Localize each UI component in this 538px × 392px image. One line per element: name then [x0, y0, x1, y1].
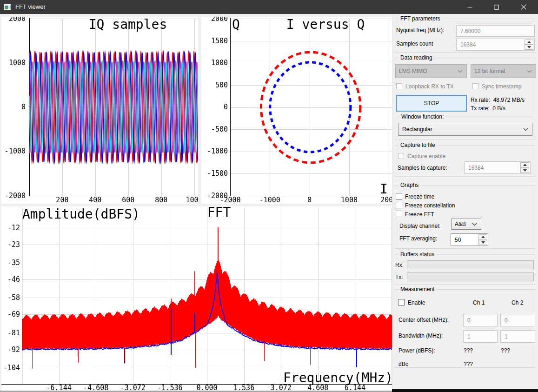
samples-to-capture-value: 16384 — [468, 162, 484, 173]
power-ch2-value: ??? — [501, 347, 510, 354]
down-arrow-icon — [527, 46, 531, 48]
i-versus-q-plot[interactable] — [201, 17, 392, 204]
format-select[interactable]: 12 bit format — [471, 64, 536, 78]
graphs-title: Graphs — [399, 182, 420, 188]
maximize-button[interactable] — [485, 0, 507, 14]
fft-averaging-label: FFT averaging: — [399, 235, 437, 242]
loopback-label: Loopback RX to TX — [405, 83, 454, 90]
down-arrow-icon — [523, 169, 527, 172]
device-select-value: LMS MIMO — [399, 65, 427, 78]
samples-count-up-button[interactable] — [525, 40, 533, 45]
window-function-group: Window function: Rectangular — [396, 117, 534, 137]
rx-buffer-progressbar — [407, 260, 534, 269]
fft-plot[interactable] — [1, 206, 392, 391]
samples-count-label: Samples count — [396, 40, 433, 47]
freeze-constellation-label: Freeze constellation — [405, 202, 455, 209]
fft-averaging-spinbox[interactable]: 50 — [451, 233, 488, 246]
fft-parameters-title: FFT parameters — [399, 15, 442, 22]
nyquist-freq-field[interactable]: 7.68000 — [456, 25, 535, 37]
window-function-value: Rectangular — [402, 123, 432, 135]
bandwidth-ch2-field[interactable]: 1 — [500, 330, 535, 343]
app-window: FFT viewer FFT parameters Nyquist freq (… — [0, 0, 538, 392]
freeze-time-checkbox[interactable] — [396, 193, 402, 199]
fft-canvas — [1, 206, 392, 391]
fft-averaging-value: 50 — [455, 234, 461, 246]
tx-rate-label: Tx rate: — [471, 105, 490, 112]
graphs-group: Graphs Freeze time Freeze constellation … — [395, 185, 535, 249]
freeze-time-label: Freeze time — [405, 193, 434, 200]
buffers-status-group: Buffers status Rx: Tx: — [395, 254, 535, 285]
minimize-button[interactable] — [459, 0, 480, 14]
display-channel-label: Display channel: — [399, 223, 440, 229]
i-versus-q-canvas — [201, 17, 392, 204]
titlebar: FFT viewer — [0, 0, 538, 14]
tx-rate: Tx rate: 0 B/s — [471, 105, 505, 112]
ch2-header: Ch 2 — [511, 299, 523, 306]
chevron-down-icon — [523, 128, 528, 131]
samples-count-down-button[interactable] — [525, 45, 533, 50]
window-title: FFT viewer — [15, 3, 46, 10]
measurement-enable-label: Enable — [408, 299, 425, 306]
samples-count-spinbox[interactable]: 16384 — [456, 39, 535, 51]
chevron-down-icon — [527, 70, 532, 73]
control-panel: FFT parameters Nyquist freq (MHz): 7.680… — [392, 14, 538, 389]
rx-rate-value: 48.972 MB/s — [493, 97, 525, 103]
capture-enable-checkbox[interactable] — [398, 153, 404, 159]
stop-button[interactable]: STOP — [396, 95, 467, 112]
freeze-constellation-checkbox[interactable] — [396, 202, 402, 208]
sync-timestamp-label: Sync timestamp — [482, 83, 521, 90]
power-ch1-value: ??? — [464, 347, 473, 354]
window-function-title: Window function: — [399, 113, 445, 120]
chevron-down-icon — [458, 70, 463, 73]
fft-averaging-down-button[interactable] — [478, 240, 487, 246]
power-label: Power (dBFS): — [399, 347, 435, 354]
window-function-select[interactable]: Rectangular — [399, 123, 532, 136]
center-offset-ch1-field[interactable]: 0 — [463, 314, 498, 326]
samples-to-capture-up-button[interactable] — [520, 162, 529, 168]
close-icon — [521, 4, 526, 10]
bandwidth-ch2-value: 1 — [505, 333, 508, 340]
freeze-fft-checkbox[interactable] — [396, 211, 402, 217]
tx-rate-value: 0 B/s — [492, 105, 505, 112]
measurement-title: Measurement — [399, 286, 436, 292]
capture-to-file-group: Capture to file Capture enable Samples t… — [395, 145, 535, 177]
bandwidth-ch1-value: 1 — [467, 333, 471, 340]
stop-button-label: STOP — [424, 100, 439, 106]
minimize-icon — [467, 5, 472, 10]
up-arrow-icon — [527, 41, 531, 43]
app-icon — [4, 3, 11, 11]
nyquist-freq-value: 7.68000 — [460, 28, 480, 34]
data-reading-title: Data reading — [399, 54, 434, 61]
up-arrow-icon — [523, 164, 527, 166]
samples-count-value: 16384 — [460, 39, 476, 50]
iq-samples-canvas — [1, 17, 198, 204]
center-offset-label: Center offset (MHz): — [399, 317, 449, 323]
samples-to-capture-down-button[interactable] — [520, 168, 529, 173]
center-offset-ch1-value: 0 — [467, 317, 471, 324]
fft-parameters-group: FFT parameters Nyquist freq (MHz): 7.680… — [395, 19, 535, 53]
ch1-header: Ch 1 — [473, 299, 485, 306]
rx-rate: Rx rate: 48.972 MB/s — [471, 97, 525, 103]
data-reading-group: Data reading LMS MIMO 12 bit format Loop… — [395, 58, 535, 140]
tx-buffer-label: Tx: — [395, 274, 403, 280]
up-arrow-icon — [481, 236, 485, 238]
device-select[interactable]: LMS MIMO — [395, 64, 467, 78]
loopback-checkbox[interactable] — [396, 83, 402, 89]
fft-averaging-up-button[interactable] — [478, 234, 487, 240]
freeze-fft-label: Freeze FFT — [405, 211, 434, 218]
close-button[interactable] — [513, 0, 534, 14]
measurement-enable-checkbox[interactable] — [398, 299, 405, 306]
samples-to-capture-label: Samples to capture: — [398, 165, 447, 171]
sync-timestamp-checkbox[interactable] — [472, 83, 478, 89]
iq-samples-plot[interactable] — [1, 17, 198, 204]
rx-rate-label: Rx rate: — [471, 97, 490, 103]
format-select-value: 12 bit format — [474, 65, 505, 78]
display-channel-select[interactable]: A&B — [451, 219, 481, 230]
maximize-icon — [494, 5, 499, 10]
bandwidth-ch1-field[interactable]: 1 — [463, 330, 498, 343]
center-offset-ch2-field[interactable]: 0 — [500, 314, 535, 326]
bandwidth-label: Bandwidth (MHz): — [399, 332, 443, 339]
samples-to-capture-spinbox[interactable]: 16384 — [464, 161, 531, 174]
chevron-down-icon — [472, 223, 477, 226]
tx-buffer-progressbar — [407, 272, 534, 281]
